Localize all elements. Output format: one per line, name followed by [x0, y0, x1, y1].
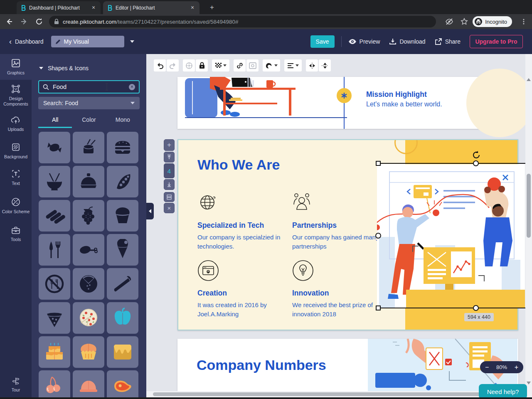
- icon-tile-chicken-leg[interactable]: [73, 234, 104, 266]
- selection-handle-bottom-left[interactable]: [376, 305, 381, 310]
- icon-tile-noodle-bowl[interactable]: [39, 166, 70, 197]
- icon-tile-ice-cream[interactable]: [107, 234, 138, 266]
- lock-button[interactable]: [196, 59, 208, 71]
- feature-innovation[interactable]: Innovation We received the best prize of…: [292, 260, 384, 319]
- mission-title[interactable]: Mission Highlight: [366, 90, 427, 99]
- document-title-field[interactable]: My Visual: [51, 36, 124, 47]
- clear-search-icon[interactable]: ×: [129, 84, 135, 90]
- icon-tile-pizza-round[interactable]: [73, 268, 104, 300]
- sidebar-item-background[interactable]: Background: [0, 137, 32, 165]
- flip-vertical-button[interactable]: [319, 59, 331, 71]
- back-button[interactable]: [3, 16, 15, 27]
- slide-mission[interactable]: Mission Highlight Let's make a better wo…: [177, 77, 518, 129]
- align-button[interactable]: [284, 59, 302, 71]
- download-button[interactable]: Download: [389, 38, 425, 45]
- move-page-up-button[interactable]: [164, 152, 175, 163]
- scroll-up-arrow[interactable]: [527, 78, 531, 81]
- selection-handle-top-center[interactable]: [473, 160, 479, 166]
- selected-illustration[interactable]: [377, 164, 525, 308]
- redo-button[interactable]: [167, 59, 179, 71]
- feature-specialized[interactable]: Specialized in Tech Our company is speci…: [197, 192, 290, 251]
- icon-tile-pizza[interactable]: [73, 302, 104, 334]
- icon-tile-birthday-cake[interactable]: [39, 336, 70, 368]
- icon-tile-apple[interactable]: [107, 302, 138, 334]
- icon-tile-no-food[interactable]: [39, 268, 70, 300]
- link-button[interactable]: [234, 59, 246, 71]
- tab-dashboard[interactable]: Dashboard | Piktochart ×: [17, 1, 101, 14]
- pattern-button[interactable]: [212, 59, 229, 71]
- tab-all[interactable]: All: [38, 113, 72, 128]
- icon-tile-steak[interactable]: [107, 370, 138, 399]
- icon-tile-burger[interactable]: [107, 132, 138, 163]
- move-page-down-button[interactable]: [164, 179, 175, 190]
- url-bar[interactable]: create.piktochart.com /teams/27104227/pr…: [49, 16, 436, 27]
- sidebar-item-color-scheme[interactable]: Color Scheme: [0, 190, 32, 221]
- shadow-button[interactable]: [263, 59, 280, 71]
- undo-button[interactable]: [154, 59, 166, 71]
- icon-tile-cutlery[interactable]: [39, 234, 70, 266]
- icon-tile-sushi[interactable]: [73, 132, 104, 163]
- selection-handle-top-left[interactable]: [376, 161, 381, 166]
- icon-tile-tagine[interactable]: [73, 166, 104, 197]
- selection-handle-bottom-center[interactable]: [473, 305, 479, 311]
- icon-tile-grapes[interactable]: [73, 200, 104, 232]
- delete-page-button[interactable]: ×: [164, 203, 175, 213]
- tab-color[interactable]: Color: [72, 113, 106, 128]
- share-button[interactable]: Share: [435, 38, 461, 45]
- icon-tile-pizza-slice[interactable]: [39, 302, 70, 334]
- upgrade-to-pro-button[interactable]: Upgrade to Pro: [470, 35, 523, 48]
- panel-header[interactable]: Shapes & Icons: [39, 65, 146, 71]
- duplicate-page-button[interactable]: [164, 192, 175, 202]
- zoom-out-button[interactable]: −: [485, 364, 489, 371]
- feature-creation[interactable]: Creation It was created in 2016 by Joel.…: [197, 260, 290, 319]
- sidebar-item-graphics[interactable]: Graphics: [0, 54, 32, 80]
- flip-horizontal-button[interactable]: [306, 59, 318, 71]
- frame-button[interactable]: [246, 59, 259, 71]
- sidebar-item-tour[interactable]: Tour: [0, 373, 32, 397]
- sidebar-item-tools[interactable]: Tools: [0, 221, 32, 247]
- panel-collapse-handle[interactable]: [146, 203, 154, 219]
- who-we-are-title[interactable]: Who We Are: [197, 157, 280, 173]
- tab-close-icon[interactable]: ×: [189, 4, 196, 12]
- add-page-button[interactable]: +: [164, 139, 175, 151]
- browser-menu-icon[interactable]: [518, 16, 530, 27]
- group-button[interactable]: [183, 59, 195, 71]
- feature-partnerships[interactable]: Partnerships Our company has gained many…: [292, 192, 384, 251]
- tab-editor[interactable]: Editor | Piktochart ×: [103, 1, 200, 14]
- new-tab-button[interactable]: +: [207, 2, 217, 12]
- company-numbers-title[interactable]: Company Numbers: [197, 357, 326, 373]
- dashboard-back-link[interactable]: ‹ Dashboard: [9, 37, 44, 46]
- icon-tile-cupcake[interactable]: [107, 200, 138, 232]
- icon-tile-muffin[interactable]: [73, 336, 104, 368]
- scroll-down-arrow[interactable]: [527, 382, 531, 384]
- icon-tile-cake-bar[interactable]: [107, 336, 138, 368]
- sidebar-item-uploads[interactable]: Uploads: [0, 111, 32, 137]
- tab-close-icon[interactable]: ×: [90, 4, 97, 12]
- zoom-in-button[interactable]: +: [515, 364, 518, 371]
- reload-button[interactable]: [33, 16, 45, 27]
- selection-top-edge[interactable]: [376, 163, 525, 164]
- icon-tile-peas[interactable]: [107, 166, 138, 197]
- title-dropdown-icon[interactable]: [130, 40, 134, 43]
- vertical-scrollbar-thumb[interactable]: [527, 174, 531, 238]
- eye-off-icon[interactable]: [443, 16, 455, 27]
- icon-tile-candy[interactable]: [39, 132, 70, 163]
- search-input[interactable]: Food ×: [38, 80, 140, 94]
- incognito-badge[interactable]: Incognito: [473, 16, 512, 27]
- icon-tile-pie-slice[interactable]: [107, 268, 138, 300]
- forward-button[interactable]: [18, 16, 30, 27]
- bookmark-star-icon[interactable]: [458, 16, 470, 27]
- rotate-handle-icon[interactable]: [472, 150, 481, 160]
- sidebar-item-design-components[interactable]: Design Components: [0, 80, 32, 111]
- horizontal-scrollbar-thumb[interactable]: [153, 392, 522, 396]
- need-help-button[interactable]: Need help?: [479, 384, 527, 399]
- preview-button[interactable]: Preview: [348, 38, 380, 45]
- icon-tile-cherries[interactable]: [39, 370, 70, 399]
- mission-subtitle[interactable]: Let's make a better world.: [366, 101, 442, 108]
- icon-tile-sausages[interactable]: [39, 200, 70, 232]
- icon-tile-serving-dome[interactable]: [73, 370, 104, 399]
- selection-bottom-edge[interactable]: [376, 308, 525, 308]
- search-filter-dropdown[interactable]: Search: Food: [38, 97, 140, 109]
- sidebar-item-text[interactable]: Text: [0, 165, 32, 190]
- slide-company-numbers[interactable]: Company Numbers: [177, 339, 518, 391]
